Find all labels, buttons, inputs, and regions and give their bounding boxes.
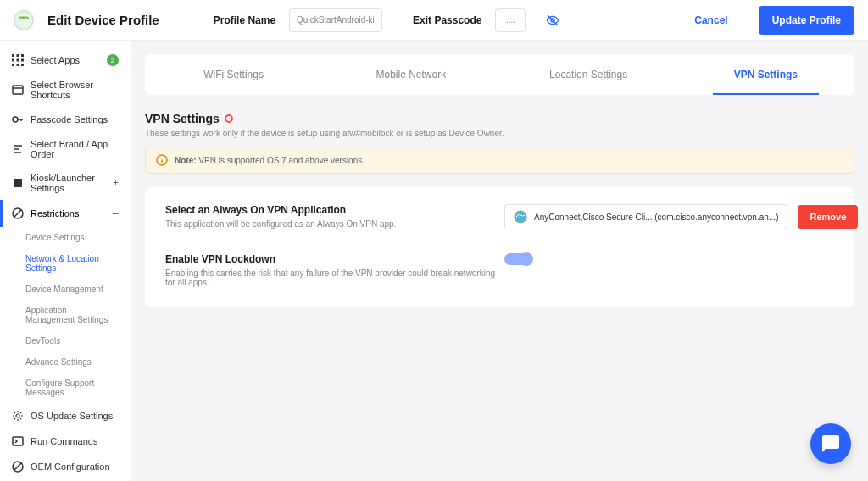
sidebar-item-label: OS Update Settings xyxy=(31,411,113,421)
remove-app-button[interactable]: Remove xyxy=(798,205,858,229)
sidebar-item-passcode[interactable]: Passcode Settings xyxy=(0,107,131,132)
sidebar-item-brand-app-order[interactable]: Select Brand / App Order xyxy=(0,132,131,166)
svg-rect-8 xyxy=(17,59,19,62)
svg-point-1 xyxy=(25,18,26,19)
tab-vpn-settings[interactable]: VPN Settings xyxy=(677,54,854,95)
sidebar-item-label: Kiosk/Launcher Settings xyxy=(31,173,106,193)
tabs-bar: WiFi Settings Mobile Network Location Se… xyxy=(145,54,854,95)
sidebar-item-label: OEM Configuration xyxy=(31,462,110,472)
svg-rect-7 xyxy=(12,59,14,62)
sidebar: Select Apps 2 Select Browser Shortcuts P… xyxy=(0,41,131,481)
window-icon xyxy=(12,84,24,96)
app-icon xyxy=(514,210,527,224)
sidebar-subitem-support-messages[interactable]: Configure Support Messages xyxy=(0,373,131,403)
indicator-dot-icon xyxy=(225,114,233,123)
sidebar-item-browser-shortcuts[interactable]: Select Browser Shortcuts xyxy=(0,73,131,107)
section-title: VPN Settings xyxy=(145,112,220,125)
info-icon xyxy=(156,154,168,166)
svg-rect-5 xyxy=(17,54,19,57)
sidebar-item-label: Run Commands xyxy=(31,436,97,446)
sidebar-item-oem-config[interactable]: OEM Configuration xyxy=(0,454,131,479)
svg-line-23 xyxy=(14,210,21,217)
svg-rect-10 xyxy=(12,64,14,66)
svg-rect-6 xyxy=(21,54,24,57)
cancel-button[interactable]: Cancel xyxy=(694,14,727,26)
sidebar-subitems: Device Settings Network & Location Setti… xyxy=(0,227,131,403)
setting-desc: Enabling this carries the risk that any … xyxy=(165,268,504,287)
note-banner: Note: VPN is supported OS 7 and above ve… xyxy=(145,147,854,174)
exit-passcode-label: Exit Passcode xyxy=(413,14,481,26)
launcher-icon xyxy=(12,177,24,189)
sidebar-item-run-commands[interactable]: Run Commands xyxy=(0,428,131,454)
expand-icon[interactable]: + xyxy=(113,177,119,189)
sidebar-item-os-update[interactable]: OS Update Settings xyxy=(0,403,131,428)
terminal-icon xyxy=(12,435,24,447)
chat-fab-button[interactable] xyxy=(810,423,851,464)
svg-rect-11 xyxy=(17,64,19,66)
sidebar-subitem-device-management[interactable]: Device Management xyxy=(0,279,131,300)
svg-point-0 xyxy=(21,18,22,19)
svg-point-24 xyxy=(16,414,19,417)
svg-rect-21 xyxy=(14,179,22,187)
note-text: Note: VPN is supported OS 7 and above ve… xyxy=(175,156,364,165)
section-subtitle: These settings work only if the device i… xyxy=(145,129,854,138)
sidebar-item-restrictions[interactable]: Restrictions − xyxy=(0,200,131,227)
app-logo xyxy=(14,10,34,30)
sidebar-subitem-device-settings[interactable]: Device Settings xyxy=(0,227,131,248)
vpn-lockdown-toggle[interactable] xyxy=(504,253,531,265)
svg-rect-12 xyxy=(21,64,24,66)
list-icon xyxy=(12,143,24,155)
sidebar-subitem-advance-settings[interactable]: Advance Settings xyxy=(0,351,131,373)
sidebar-subitem-devtools[interactable]: DevTools xyxy=(0,330,131,351)
topbar: Edit Device Profile Profile Name Exit Pa… xyxy=(0,0,868,41)
exit-passcode-field[interactable]: .... xyxy=(495,8,526,32)
profile-name-input[interactable] xyxy=(289,8,382,32)
svg-rect-4 xyxy=(12,54,14,57)
sidebar-item-label: Select Browser Shortcuts xyxy=(31,80,119,100)
content-area: WiFi Settings Mobile Network Location Se… xyxy=(131,41,868,481)
vpn-app-select[interactable]: AnyConnect,Cisco Secure Cli... (com.cisc… xyxy=(504,204,787,229)
sidebar-item-label: Select Brand / App Order xyxy=(31,139,119,159)
tab-wifi-settings[interactable]: WiFi Settings xyxy=(145,54,322,95)
gear-icon xyxy=(12,410,24,422)
sidebar-item-badge: 2 xyxy=(107,54,119,66)
setting-desc: This application will be configured as a… xyxy=(165,219,504,229)
sidebar-item-label: Select Apps xyxy=(31,55,80,65)
setting-title: Select an Always On VPN Application xyxy=(165,204,504,216)
key-icon xyxy=(12,113,24,125)
sidebar-item-select-apps[interactable]: Select Apps 2 xyxy=(0,47,131,73)
profile-name-label: Profile Name xyxy=(214,14,275,26)
tab-location-settings[interactable]: Location Settings xyxy=(500,54,677,95)
svg-rect-9 xyxy=(21,59,24,62)
page-title: Edit Device Profile xyxy=(47,13,159,27)
svg-rect-13 xyxy=(13,86,23,94)
block-icon xyxy=(12,207,24,219)
grid-icon xyxy=(12,54,24,66)
svg-line-27 xyxy=(14,463,21,470)
sidebar-subitem-app-management[interactable]: Application Management Settings xyxy=(0,300,131,330)
setting-title: Enable VPN Lockdown xyxy=(165,253,504,265)
tab-mobile-network[interactable]: Mobile Network xyxy=(322,54,499,95)
sidebar-item-label: Restrictions xyxy=(31,208,79,218)
update-profile-button[interactable]: Update Profile xyxy=(759,6,854,35)
section-header: VPN Settings xyxy=(145,112,854,125)
sidebar-subitem-network-location[interactable]: Network & Location Settings xyxy=(0,248,131,279)
selected-app-name: AnyConnect,Cisco Secure Cli... (com.cisc… xyxy=(534,213,778,222)
block-icon xyxy=(12,461,24,473)
setting-always-on-vpn: Select an Always On VPN Application This… xyxy=(165,204,834,229)
setting-vpn-lockdown: Enable VPN Lockdown Enabling this carrie… xyxy=(165,253,834,287)
svg-point-15 xyxy=(13,117,18,122)
sidebar-item-kiosk-launcher[interactable]: Kiosk/Launcher Settings + xyxy=(0,166,131,200)
toggle-knob xyxy=(520,252,533,266)
settings-card: Select an Always On VPN Application This… xyxy=(145,187,854,307)
collapse-icon[interactable]: − xyxy=(112,207,119,220)
sidebar-item-label: Passcode Settings xyxy=(31,114,108,124)
toggle-passcode-visibility-icon[interactable] xyxy=(542,10,563,30)
